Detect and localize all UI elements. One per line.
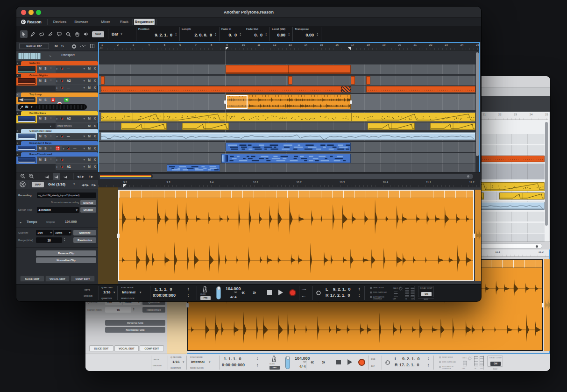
stop-button[interactable] (336, 360, 341, 364)
slice-strip[interactable] (119, 191, 473, 198)
clip-expander-x-keys[interactable] (226, 143, 350, 151)
target-value[interactable]: — (67, 158, 70, 161)
slider-knob[interactable] (217, 286, 220, 290)
follow-control[interactable]: F▶ (92, 183, 96, 186)
loop-right-value[interactable]: 17. 2. 1. 0 (330, 293, 350, 298)
loop-button[interactable] (384, 360, 391, 365)
alt-label[interactable]: ALT (302, 295, 305, 298)
stepper-control[interactable]: ▲▼ (288, 33, 290, 36)
rewind-button[interactable]: « (241, 289, 245, 296)
lane-delete[interactable]: X (94, 147, 96, 150)
solo-button[interactable]: S (44, 147, 47, 150)
stop-button[interactable] (267, 290, 272, 295)
record-arm-icon[interactable] (67, 147, 70, 150)
pre-button[interactable]: PRE (200, 296, 211, 300)
stepper-control[interactable]: ▲▼ (187, 287, 189, 291)
lane-mute[interactable]: M (88, 67, 91, 70)
sync-mode-value[interactable]: Internal (122, 290, 135, 294)
field-value[interactable]: 0. 0 (228, 33, 237, 37)
send-clock-label[interactable]: SEND CLOCK (190, 367, 204, 369)
scrollbar-dot[interactable] (536, 245, 538, 248)
metronome-icon[interactable] (202, 286, 207, 293)
stepper-control[interactable]: ▲▼ (175, 33, 177, 36)
nav-tab-sequencer[interactable]: Sequencer (134, 19, 155, 25)
tempo-value[interactable]: 104.000 (295, 356, 310, 361)
solo-button[interactable]: S (44, 79, 47, 82)
lane-delete[interactable]: X (94, 165, 96, 168)
clip-outrun-small[interactable] (101, 76, 105, 85)
expand-arrow-icon[interactable]: ▸ (20, 221, 21, 224)
eraser-tool[interactable] (38, 30, 45, 38)
track-top-loop[interactable]: ▾Top LoopMS◀IN (16, 93, 98, 111)
q-record-value[interactable]: 1/16 (103, 290, 111, 294)
lane-mute[interactable]: M (88, 147, 91, 150)
add-track-button[interactable] (71, 44, 77, 49)
pre-button[interactable]: PRE (269, 366, 280, 370)
position-bars[interactable]: 1. 1. 1. 0 (155, 287, 172, 292)
recording-name-field[interactable]: ny_drm124_steady_top.rx2 (Imported) (37, 192, 96, 198)
dice-icon[interactable] (56, 146, 60, 150)
play-button[interactable] (347, 359, 352, 365)
track-fat-80s-bass[interactable]: ▾Fat 80s BassMS⁞⁞▸A2MX(Mod Wheel)MX▾ (16, 111, 98, 129)
tap-label[interactable]: TAP (234, 292, 237, 293)
clip-outrun-small[interactable] (366, 76, 370, 85)
reverse-clip-button[interactable]: Reverse Clip (36, 250, 96, 256)
cursor-tool[interactable] (20, 30, 28, 38)
lane-mute[interactable]: M (88, 165, 91, 168)
mute-button[interactable]: M (39, 79, 42, 82)
bounce-button[interactable]: Bounce (80, 200, 96, 205)
nav-tab-devices[interactable]: Devices (50, 19, 70, 25)
target-value[interactable]: — (67, 135, 70, 138)
track-name-tab[interactable]: Top Loop (21, 93, 98, 97)
edit-tab-vocal-edit[interactable]: VOCAL EDIT (45, 276, 70, 282)
position-time[interactable]: 0:00:00:000 (222, 363, 245, 367)
stepper-control[interactable]: ▲▼ (427, 363, 429, 367)
song-position-marker[interactable] (123, 184, 127, 187)
follow-control[interactable]: F▶ (89, 175, 93, 178)
record-button[interactable] (358, 359, 365, 366)
clip-outrun-small[interactable] (351, 76, 355, 85)
quantize-enable-label[interactable]: QUANTIZE (101, 297, 112, 299)
zoom-out-icon[interactable] (20, 173, 26, 179)
loop-left-value[interactable]: 9. 2. 1. 0 (402, 356, 420, 361)
tap-label[interactable]: TAP (303, 361, 306, 363)
loop-button[interactable] (315, 290, 322, 296)
stepper-control[interactable]: ▲▼ (265, 33, 267, 36)
position-time[interactable]: 0:00:00:000 (153, 293, 176, 298)
lane-delete[interactable]: X (94, 124, 96, 128)
stepper-control[interactable]: ▲▼ (187, 294, 189, 298)
dub-label[interactable]: DUB (302, 288, 306, 291)
slider-knob[interactable] (286, 356, 290, 360)
stepper-control[interactable]: ▲▼ (358, 287, 360, 291)
sync-mode-value[interactable]: Internal (191, 360, 205, 364)
groove-label[interactable]: GROOVE (84, 295, 92, 297)
clip-top-loop[interactable] (226, 94, 350, 109)
arrangement-pane[interactable]: 1234567891011121314151617181920212223242… (98, 42, 480, 173)
clip-outrun-long[interactable] (101, 86, 341, 93)
stepper-control[interactable]: ▲▼ (215, 33, 217, 36)
record-arm-icon[interactable] (60, 86, 64, 89)
lane-mute[interactable]: M (88, 124, 91, 128)
lane-delete[interactable]: X (94, 117, 96, 120)
field-value[interactable]: 0. 0 (254, 33, 262, 37)
target-value[interactable]: A1 (67, 165, 71, 168)
time-signature-value[interactable]: 4/ 4 (230, 295, 236, 299)
lane-mute[interactable]: M (88, 117, 91, 120)
clip-mod-wheel-automation[interactable] (368, 123, 415, 130)
time-signature-value[interactable]: 4/ 4 (299, 364, 305, 369)
edit-tab-slice-edit[interactable]: SLICE EDIT (89, 345, 113, 351)
record-arm-icon[interactable] (60, 158, 64, 161)
zoom-z-control[interactable]: ◀Z▶ (82, 183, 89, 186)
delay-comp-on-button[interactable]: ON (490, 362, 501, 366)
alt-label[interactable]: ALT (371, 365, 375, 367)
tempo-value[interactable]: 104.000 (226, 286, 241, 291)
audio-input-row[interactable]: IN (18, 104, 87, 110)
clip-bass-chord-lead-2[interactable] (167, 164, 220, 171)
track-outrun-nights[interactable]: ▾Outrun NightsMS⁞⁞▸A2MX▸—MX (16, 73, 98, 92)
record-arm-icon[interactable] (60, 117, 64, 120)
zoom-in-icon[interactable] (28, 173, 34, 179)
stepper-control[interactable]: ▲▼ (64, 238, 65, 242)
close-panel-icon[interactable] (20, 181, 26, 187)
dice-icon[interactable] (51, 98, 55, 102)
record-arm-icon[interactable] (60, 165, 64, 168)
